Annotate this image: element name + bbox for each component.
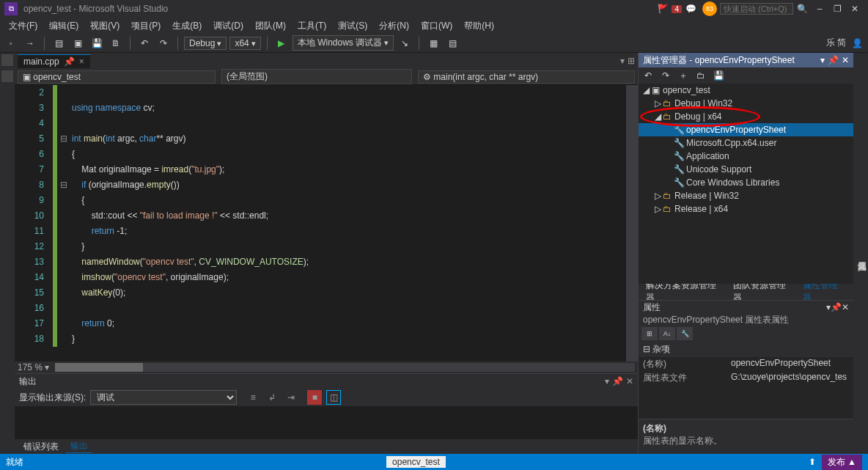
code-editor[interactable]: 23456789101112131415161718 ⊟⊟ using name…: [15, 85, 638, 361]
properties-grid[interactable]: ⊟ 杂项 (名称)opencvEnvPropertySheet属性表文件G:\z…: [639, 342, 853, 419]
tab-error-list[interactable]: 错误列表: [19, 441, 63, 453]
menu-item[interactable]: 文件(F): [3, 20, 43, 32]
nav-back-button[interactable]: ◦: [3, 35, 19, 51]
code-content[interactable]: using namespace cv;int main(int argc, ch…: [69, 85, 626, 361]
search-icon[interactable]: 🔍: [796, 3, 808, 15]
menu-item[interactable]: 分析(N): [373, 20, 415, 32]
editor-horizontal-scrollbar[interactable]: [55, 363, 635, 372]
properties-category[interactable]: ⊟ 杂项: [639, 342, 853, 357]
output-pin-icon[interactable]: 📌: [612, 376, 623, 386]
pm-tool-button[interactable]: ↶: [641, 69, 655, 82]
undo-button[interactable]: ↶: [136, 35, 152, 51]
minimize-button[interactable]: –: [811, 4, 828, 14]
line-numbers: 23456789101112131415161718: [15, 85, 51, 361]
menu-item[interactable]: 团队(M): [249, 20, 292, 32]
output-clear-button[interactable]: ≡: [246, 390, 260, 405]
tree-row[interactable]: ◢🗀Debug | x64: [639, 110, 853, 123]
bottom-tabs: 错误列表 输出: [15, 439, 638, 454]
redo-button[interactable]: ↷: [155, 35, 172, 51]
output-toggle-button[interactable]: ⇥: [284, 390, 298, 405]
toolbox-icon[interactable]: [1, 70, 13, 82]
function-combo[interactable]: ⚙ main(int argc, char ** argv): [418, 70, 635, 84]
step-into-button[interactable]: ↘: [397, 35, 413, 51]
props-pages-button[interactable]: 🔧: [677, 327, 693, 340]
pm-close-icon[interactable]: ✕: [842, 55, 849, 65]
close-button[interactable]: ✕: [846, 4, 864, 14]
output-body[interactable]: [15, 406, 638, 439]
editor-vertical-scrollbar[interactable]: [626, 85, 638, 361]
output-dropdown-icon[interactable]: ▾: [605, 376, 609, 386]
save-button[interactable]: 💾: [89, 35, 105, 51]
publish-button[interactable]: 发布 ▲: [822, 455, 862, 470]
output-close-icon[interactable]: ✕: [626, 376, 633, 386]
props-pin-icon[interactable]: 📌: [831, 302, 842, 312]
tab-overflow-icon[interactable]: ▾: [620, 56, 625, 66]
menu-item[interactable]: 工具(T): [292, 20, 332, 32]
property-row[interactable]: 属性表文件G:\zuoye\projects\opencv_tes: [639, 371, 853, 385]
open-button[interactable]: ▣: [70, 35, 86, 51]
new-project-button[interactable]: ▤: [51, 35, 67, 51]
menu-item[interactable]: 窗口(W): [415, 20, 458, 32]
pm-dropdown-icon[interactable]: ▾: [820, 55, 825, 65]
property-row[interactable]: (名称)opencvEnvPropertySheet: [639, 357, 853, 371]
config-dropdown[interactable]: Debug ▾: [184, 37, 227, 50]
tree-row[interactable]: ▷🗀Release | Win32: [639, 189, 853, 202]
user-avatar[interactable]: 83: [702, 1, 717, 16]
pm-pin-icon[interactable]: 📌: [828, 55, 839, 65]
tab-output[interactable]: 输出: [66, 440, 92, 453]
output-option-button[interactable]: ◫: [326, 390, 341, 405]
feedback-icon[interactable]: 💬: [685, 3, 696, 15]
menu-item[interactable]: 视图(V): [84, 20, 125, 32]
tree-row[interactable]: 🔧Microsoft.Cpp.x64.user: [639, 136, 853, 150]
props-alphabetical-button[interactable]: A↓: [659, 327, 675, 340]
pin-icon[interactable]: 📌: [64, 56, 75, 67]
output-source-dropdown[interactable]: 调试: [90, 390, 237, 405]
toolbar-extra-1[interactable]: ▦: [425, 35, 441, 51]
pm-tool-button[interactable]: 💾: [712, 69, 725, 82]
platform-dropdown[interactable]: x64 ▾: [229, 37, 260, 50]
editor-tab-main-cpp[interactable]: main.cpp 📌 ×: [18, 54, 90, 68]
toolbar-avatar-icon[interactable]: 👤: [849, 35, 865, 51]
menu-item[interactable]: 项目(P): [125, 20, 166, 32]
pm-tool-button[interactable]: 🗀: [694, 69, 707, 82]
output-wrap-button[interactable]: ↲: [265, 390, 279, 405]
server-explorer-icon[interactable]: [1, 54, 13, 66]
zoom-dropdown-icon[interactable]: ▾: [43, 362, 49, 372]
status-notify-icon[interactable]: ⬆: [809, 457, 816, 467]
pm-tool-button[interactable]: ＋: [677, 69, 690, 82]
quick-launch-input[interactable]: [720, 3, 793, 15]
tab-close-icon[interactable]: ×: [79, 56, 84, 67]
run-target-dropdown[interactable]: 本地 Windows 调试器 ▾: [293, 35, 394, 51]
nav-forward-button[interactable]: →: [22, 35, 38, 51]
toolbar-extra-2[interactable]: ▤: [444, 35, 460, 51]
props-categorized-button[interactable]: ⊞: [641, 327, 658, 340]
tree-row[interactable]: 🔧Unicode Support: [639, 163, 853, 176]
menu-item[interactable]: 编辑(E): [43, 20, 84, 32]
pm-tree[interactable]: ◢▣opencv_test▷🗀Debug | Win32◢🗀Debug | x6…: [639, 84, 853, 284]
menu-item[interactable]: 测试(S): [332, 20, 373, 32]
tree-row[interactable]: ◢▣opencv_test: [639, 84, 853, 97]
save-all-button[interactable]: 🗎: [108, 35, 124, 51]
props-close-icon[interactable]: ✕: [842, 302, 849, 312]
menu-item[interactable]: 生成(B): [166, 20, 207, 32]
right-edge-toolbox[interactable]: 属性工具箱: [853, 53, 868, 454]
scope-combo[interactable]: (全局范围): [221, 69, 412, 84]
run-play-icon[interactable]: ▶: [273, 35, 290, 51]
zoom-level[interactable]: 175 %: [18, 362, 43, 372]
change-markers: [51, 85, 59, 361]
pm-tool-button[interactable]: ↷: [659, 69, 672, 82]
tree-row[interactable]: ▷🗀Debug | Win32: [639, 97, 853, 110]
menu-item[interactable]: 帮助(H): [458, 20, 500, 32]
menu-item[interactable]: 调试(D): [207, 20, 249, 32]
fold-gutter[interactable]: ⊟⊟: [59, 85, 69, 361]
maximize-button[interactable]: ❐: [828, 4, 846, 14]
project-combo[interactable]: ▣ opencv_test: [18, 70, 216, 84]
tree-row[interactable]: 🔧opencvEnvPropertySheet: [639, 123, 853, 136]
output-stop-button[interactable]: ■: [307, 390, 322, 405]
tree-row[interactable]: ▷🗀Release | x64: [639, 202, 853, 216]
split-editor-icon[interactable]: ⊞: [628, 56, 635, 66]
tree-row[interactable]: 🔧Core Windows Libraries: [639, 176, 853, 189]
flag-icon[interactable]: 🚩: [657, 3, 669, 15]
tree-row[interactable]: 🔧Application: [639, 150, 853, 163]
notification-badge[interactable]: 4: [672, 5, 682, 13]
